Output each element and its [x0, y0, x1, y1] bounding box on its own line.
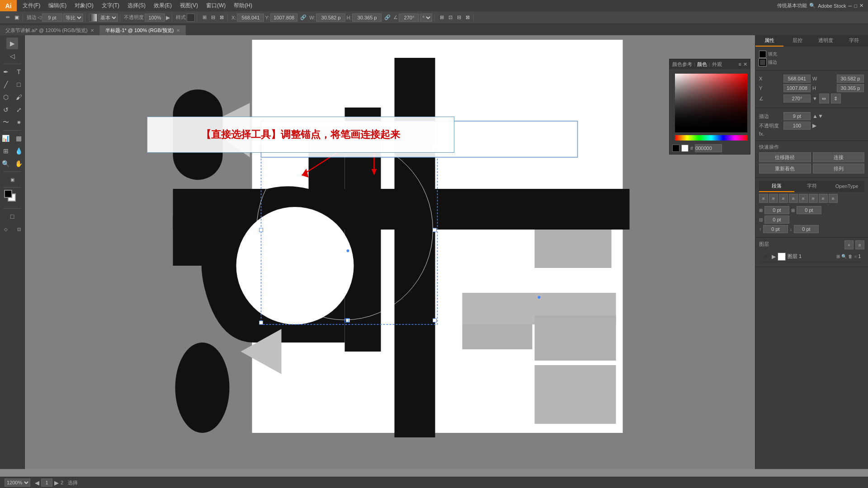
hand-tool[interactable]: ✋ — [13, 158, 25, 169]
artboard-tool[interactable]: ▣ — [6, 174, 18, 185]
window-close-icon[interactable]: ✕ — [859, 3, 863, 9]
fill-color-swatch[interactable] — [4, 190, 12, 198]
flip-h-btn[interactable]: ⇔ — [819, 94, 829, 103]
blend-tool[interactable]: ⁕ — [13, 117, 25, 128]
opacity-panel-input[interactable] — [783, 122, 811, 130]
menu-file[interactable]: 文件(F) — [19, 0, 44, 11]
layer-expand-icon[interactable]: ▶ — [772, 253, 776, 260]
pen-tool[interactable]: ✒ — [0, 66, 12, 78]
tab-father[interactable]: 父亲节讲解.ai* @ 1200% (RGB/预览) ✕ — [0, 25, 100, 35]
layer-create-icon[interactable]: ⊞ — [836, 254, 840, 259]
window-maximize-icon[interactable]: □ — [854, 3, 857, 9]
link-transform-icon[interactable]: 🔗 — [298, 14, 308, 21]
offset-path-btn[interactable]: 位移路径 — [759, 152, 811, 162]
align-justify-btn[interactable]: ≡ — [789, 194, 798, 203]
space-after-input[interactable] — [794, 225, 819, 233]
color-tab[interactable]: 颜色 — [697, 61, 707, 68]
paint-tool[interactable]: ⬡ — [0, 91, 12, 103]
fill-swatch[interactable] — [759, 51, 766, 58]
align-center-btn[interactable]: ≡ — [769, 194, 778, 203]
appearance-tab[interactable]: 外观 — [712, 61, 722, 68]
extra-btn1[interactable]: ⊞ — [438, 14, 446, 21]
h-coord-input[interactable] — [837, 84, 864, 92]
menu-object[interactable]: 对象(O) — [71, 0, 97, 11]
menu-effect[interactable]: 效果(E) — [150, 0, 175, 11]
white-swatch[interactable] — [681, 145, 689, 152]
format-add-btn[interactable]: + — [844, 240, 854, 249]
symbol-tool[interactable]: □ — [6, 211, 18, 222]
w-input[interactable] — [316, 14, 345, 22]
hex-input[interactable] — [695, 144, 722, 152]
flip-v-btn[interactable]: ⇕ — [831, 94, 841, 103]
layer-lock-icon[interactable]: ○ — [854, 254, 857, 259]
page-next-btn[interactable]: ▶ — [54, 479, 59, 486]
rect-tool[interactable]: □ — [13, 79, 25, 90]
transform-btn1[interactable]: ⊞ — [201, 14, 208, 21]
extra-btn2[interactable]: ⊡ — [447, 14, 454, 21]
menu-window[interactable]: 窗口(W) — [203, 0, 229, 11]
color-panel-menu[interactable]: ≡ — [739, 61, 741, 67]
menu-view[interactable]: 视图(V) — [176, 0, 202, 11]
w-coord-input[interactable] — [837, 75, 864, 83]
gradient-tool[interactable]: ▦ — [13, 132, 25, 144]
direct-select-tool[interactable]: ◁ — [6, 50, 18, 62]
align-justify-all-btn[interactable]: ≡ — [809, 194, 818, 203]
extra-btn4[interactable]: ⊠ — [464, 14, 472, 21]
h-input[interactable] — [352, 14, 382, 22]
eyedropper-tool[interactable]: 💧 — [13, 145, 25, 157]
normal-mode-btn[interactable]: ◇ — [0, 223, 12, 235]
stroke-size-input[interactable] — [42, 14, 62, 22]
angle-select[interactable]: ° — [420, 14, 432, 22]
canvas-area[interactable]: 【直接选择工具】调整锚点，将笔画连接起来 — [25, 35, 755, 469]
layer-delete-icon[interactable]: 🗑 — [848, 254, 853, 259]
panel-tab-properties[interactable]: 属性 — [755, 35, 783, 47]
graph-tool[interactable]: 📊 — [0, 132, 12, 144]
x-coord-input[interactable] — [783, 75, 811, 83]
select-tool[interactable]: ▶ — [6, 38, 18, 49]
zoom-select[interactable]: 1200% 100% 200% 50% — [5, 479, 30, 487]
line-tool[interactable]: ╱ — [0, 79, 12, 90]
color-spectrum-bar[interactable] — [675, 135, 747, 141]
menu-edit[interactable]: 编辑(E) — [45, 0, 70, 11]
format-options-btn[interactable]: ≡ — [855, 240, 864, 249]
brush-tool[interactable]: 🖌 — [13, 91, 25, 103]
panel-tab-transparency[interactable]: 透明度 — [812, 35, 840, 47]
menu-text[interactable]: 文字(T) — [98, 0, 123, 11]
color-gradient-picker[interactable] — [675, 74, 747, 132]
tool-mode-btn[interactable]: ▣ — [13, 14, 21, 21]
arrange-btn[interactable]: 排列 — [813, 164, 865, 174]
char-tab[interactable]: 字符 — [794, 181, 830, 192]
tab-father-close[interactable]: ✕ — [90, 28, 94, 33]
transform-btn2[interactable]: ⊟ — [209, 14, 217, 21]
menu-select[interactable]: 选择(S) — [124, 0, 149, 11]
align-right-btn[interactable]: ≡ — [779, 194, 788, 203]
align-left-btn[interactable]: ≡ — [759, 194, 768, 203]
color-ref-tab[interactable]: 颜色参考 — [672, 61, 692, 68]
stroke-size-panel-input[interactable] — [783, 112, 811, 120]
warp-tool[interactable]: 〜 — [0, 117, 12, 128]
extra-btn3[interactable]: ⊟ — [455, 14, 463, 21]
page-prev-btn[interactable]: ◀ — [35, 479, 39, 486]
stroke-swatch[interactable] — [759, 59, 766, 66]
layer-visibility-btn[interactable]: 👁 — [763, 253, 770, 260]
join-btn[interactable]: 连接 — [813, 152, 865, 162]
para-tab[interactable]: 段落 — [759, 181, 794, 192]
zoom-tool[interactable]: 🔍 — [0, 158, 12, 169]
type-tool[interactable]: T — [13, 66, 25, 78]
rotate-tool[interactable]: ↺ — [0, 104, 12, 116]
y-coord-input[interactable] — [783, 84, 811, 92]
recolor-btn[interactable]: 重新着色 — [759, 164, 811, 174]
angle-input[interactable] — [399, 14, 419, 22]
x-input[interactable] — [237, 14, 264, 22]
menu-help[interactable]: 帮助(H) — [230, 0, 256, 11]
indent-left-input[interactable] — [764, 206, 789, 214]
align-btn[interactable]: ⊠ — [218, 14, 226, 21]
link-wh-icon[interactable]: 🔗 — [382, 14, 392, 21]
draw-inside-btn[interactable]: ⊡ — [13, 223, 25, 235]
tab-half-close[interactable]: ✕ — [176, 28, 180, 33]
scale-tool[interactable]: ⤢ — [13, 104, 25, 116]
align-justify-center-btn[interactable]: ≡ — [819, 194, 828, 203]
align-justify-right-btn[interactable]: ≡ — [829, 194, 838, 203]
fill-style-select[interactable]: 基本 — [98, 14, 118, 22]
tool-options-btn[interactable]: ✏ — [4, 14, 12, 21]
